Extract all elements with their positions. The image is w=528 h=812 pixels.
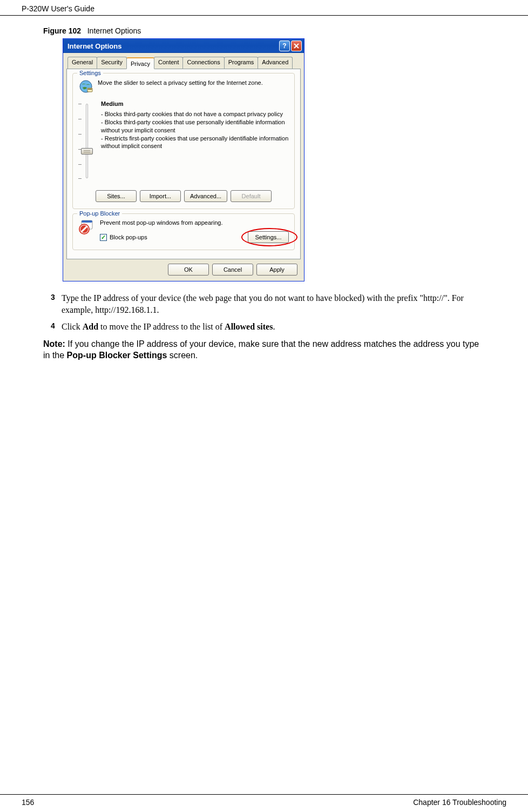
privacy-level: Medium (101, 100, 289, 107)
svg-rect-2 (88, 89, 92, 90)
step-4: 4 Click Add to move the IP address to th… (51, 321, 485, 333)
dialog-titlebar[interactable]: Internet Options ? (63, 39, 304, 53)
close-button[interactable] (291, 41, 302, 51)
privacy-globe-icon (78, 79, 93, 94)
settings-groupbox: Settings (72, 73, 295, 209)
internet-options-dialog: Internet Options ? General Security Priv… (63, 38, 304, 281)
import-button[interactable]: Import... (140, 190, 181, 202)
tabs: General Security Privacy Content Connect… (66, 57, 301, 69)
note-prefix: Note: (43, 339, 67, 348)
slider-thumb[interactable] (81, 148, 93, 155)
settings-group-title: Settings (77, 70, 103, 76)
ok-button[interactable]: OK (168, 264, 209, 276)
tab-security[interactable]: Security (97, 57, 127, 69)
settings-buttons: Sites... Import... Advanced... Default (78, 190, 289, 202)
desc-line-2: - Blocks third-party cookies that use pe… (101, 118, 289, 135)
popup-settings-button[interactable]: Settings... (248, 231, 289, 243)
tab-general[interactable]: General (67, 57, 97, 69)
help-button[interactable]: ? (279, 41, 290, 51)
desc-line-1: - Blocks third-party cookies that do not… (101, 110, 289, 118)
cancel-button[interactable]: Cancel (212, 264, 253, 276)
step-4-text: Click Add to move the IP address to the … (62, 321, 485, 333)
dialog-footer: OK Cancel Apply (66, 259, 301, 278)
tab-privacy[interactable]: Privacy (126, 57, 154, 69)
note: Note: If you change the IP address of yo… (43, 338, 485, 361)
popup-instruction: Prevent most pop-up windows from appeari… (100, 219, 289, 226)
popup-blocker-groupbox: Pop-up Blocker (72, 213, 295, 250)
privacy-desc: - Blocks third-party cookies that do not… (101, 110, 289, 150)
block-popups-checkbox-wrap[interactable]: ✓ Block pop-ups (100, 234, 147, 241)
guide-title: P-320W User's Guide (22, 4, 94, 13)
tab-connections[interactable]: Connections (182, 57, 224, 69)
block-popups-label: Block pop-ups (110, 234, 147, 240)
figure-caption-text: Internet Options (87, 26, 141, 35)
close-icon (294, 43, 299, 49)
figure-image: Internet Options ? General Security Priv… (63, 38, 485, 281)
step-3-text: Type the IP address of your device (the … (62, 292, 485, 316)
tab-content[interactable]: Content (154, 57, 184, 69)
popup-checkbox-row: ✓ Block pop-ups Settings... (100, 231, 289, 243)
popup-section: Prevent most pop-up windows from appeari… (78, 219, 289, 243)
step-4-number: 4 (51, 321, 60, 333)
figure-caption: Figure 102 Internet Options (43, 26, 485, 35)
chapter-label: Chapter 16 Troubleshooting (413, 798, 506, 807)
advanced-button[interactable]: Advanced... (184, 190, 227, 202)
page-content: Figure 102 Internet Options Internet Opt… (0, 16, 528, 361)
step-3-number: 3 (51, 292, 60, 316)
desc-line-3: - Restricts first-party cookies that use… (101, 135, 289, 151)
titlebar-buttons: ? (279, 41, 302, 51)
privacy-slider[interactable] (80, 100, 93, 182)
step-3: 3 Type the IP address of your device (th… (51, 292, 485, 316)
page-header: P-320W User's Guide (0, 0, 528, 16)
privacy-slider-section: Medium - Blocks third-party cookies that… (78, 100, 289, 182)
block-popups-checkbox[interactable]: ✓ (100, 234, 107, 241)
page-number: 156 (22, 798, 34, 807)
dialog-body: General Security Privacy Content Connect… (63, 53, 304, 281)
tab-panel: Settings (66, 69, 301, 259)
settings-button-highlight: Settings... (248, 231, 289, 243)
popup-right: Prevent most pop-up windows from appeari… (100, 219, 289, 243)
apply-button[interactable]: Apply (256, 264, 297, 276)
slider-label-area: Medium - Blocks third-party cookies that… (101, 100, 289, 182)
block-popup-icon (78, 219, 94, 236)
settings-instruction: Move the slider to select a privacy sett… (98, 79, 289, 86)
sites-button[interactable]: Sites... (96, 190, 137, 202)
default-button: Default (231, 190, 272, 202)
page-footer: 156 Chapter 16 Troubleshooting (0, 794, 528, 812)
dialog-title: Internet Options (67, 42, 121, 50)
popup-group-title: Pop-up Blocker (77, 210, 122, 217)
svg-rect-4 (82, 220, 92, 223)
tab-advanced[interactable]: Advanced (258, 57, 293, 69)
tab-programs[interactable]: Programs (224, 57, 259, 69)
figure-label: Figure 102 (43, 26, 81, 35)
settings-instruction-row: Move the slider to select a privacy sett… (78, 79, 289, 94)
